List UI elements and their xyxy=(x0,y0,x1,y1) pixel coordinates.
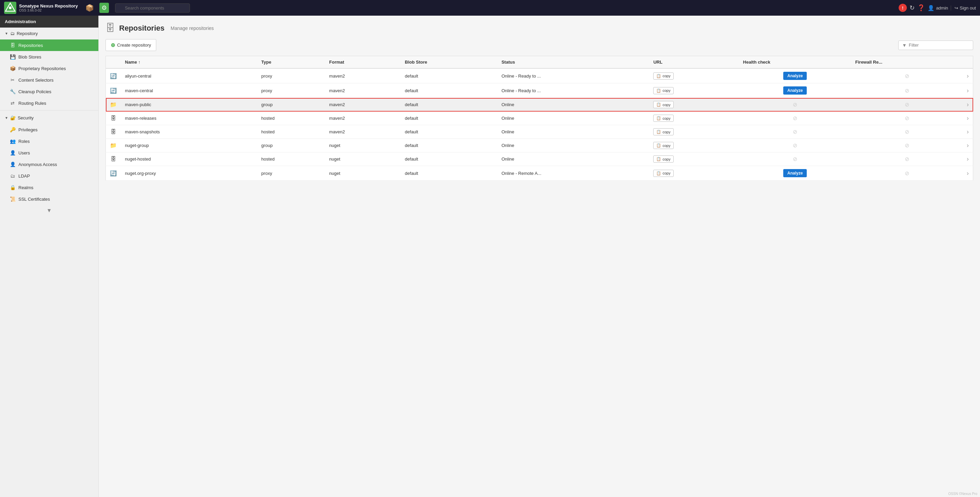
sidebar-item-privileges[interactable]: 🔑 Privileges xyxy=(0,124,99,135)
help-icon[interactable]: ❓ xyxy=(917,4,925,11)
sidebar-item-ldap[interactable]: 🗂 LDAP xyxy=(0,170,99,182)
sidebar-item-content-selectors[interactable]: ✂ Content Selectors xyxy=(0,74,99,86)
sidebar-item-realms[interactable]: 🔒 Realms xyxy=(0,182,99,193)
copy-url-button[interactable]: 📋copy xyxy=(653,128,673,135)
row-expand-arrow[interactable]: › xyxy=(963,68,973,83)
row-url: 📋copy xyxy=(649,139,739,152)
signout-arrow-icon: ↪ xyxy=(955,5,958,11)
analyze-button[interactable]: Analyze xyxy=(783,72,807,80)
row-blobstore: default xyxy=(401,166,497,181)
table-row[interactable]: 🔄aliyun-centralproxymaven2defaultOnline … xyxy=(106,68,973,83)
col-type: Type xyxy=(257,56,325,69)
sidebar-item-repositories[interactable]: 🗄 Repositories xyxy=(0,40,99,51)
table-row[interactable]: 📁maven-publicgroupmaven2defaultOnline📋co… xyxy=(106,98,973,111)
row-name[interactable]: maven-snapshots xyxy=(121,125,257,139)
sidebar-section-repository[interactable]: ▼ 🗂 Repository xyxy=(0,27,99,40)
col-name[interactable]: Name ↑ xyxy=(121,56,257,69)
row-format: maven2 xyxy=(325,68,401,83)
copy-url-button[interactable]: 📋copy xyxy=(653,114,673,122)
signout-btn[interactable]: ↪ Sign out xyxy=(951,5,976,11)
table-row[interactable]: 🔄maven-centralproxymaven2defaultOnline -… xyxy=(106,83,973,98)
row-status: Online xyxy=(497,152,649,166)
sidebar-section-security-icon: 🔐 xyxy=(10,115,16,121)
no-analyze-icon: ⊘ xyxy=(793,102,797,108)
admin-gear-btn[interactable]: ⚙ xyxy=(99,3,109,13)
analyze-button[interactable]: Analyze xyxy=(783,169,807,177)
row-format: maven2 xyxy=(325,98,401,111)
app-name: Sonatype Nexus Repository xyxy=(19,3,78,9)
row-name[interactable]: maven-releases xyxy=(121,111,257,125)
row-firewall: ⊘ xyxy=(851,98,963,111)
browse-icon-btn[interactable]: 📦 xyxy=(83,2,96,13)
copy-url-button[interactable]: 📋copy xyxy=(653,156,673,163)
row-status: Online xyxy=(497,111,649,125)
sidebar-item-cleanup-policies-label: Cleanup Policies xyxy=(18,89,51,94)
row-name[interactable]: maven-central xyxy=(121,83,257,98)
row-format: maven2 xyxy=(325,111,401,125)
sidebar-item-blob-stores-label: Blob Stores xyxy=(18,54,41,60)
sidebar-item-roles[interactable]: 👥 Roles xyxy=(0,135,99,147)
copy-url-button[interactable]: 📋copy xyxy=(653,73,673,79)
copy-icon: 📋 xyxy=(656,171,661,176)
row-expand-arrow[interactable]: › xyxy=(963,83,973,98)
row-name[interactable]: nuget-hosted xyxy=(121,152,257,166)
sidebar-item-ssl-certificates[interactable]: 📜 SSL Certificates xyxy=(0,193,99,205)
row-type-icon: 🔄 xyxy=(106,68,121,83)
no-firewall-icon: ⊘ xyxy=(905,115,909,121)
alert-icon[interactable]: ! xyxy=(899,4,907,12)
copy-url-button[interactable]: 📋copy xyxy=(653,142,673,149)
row-url: 📋copy xyxy=(649,83,739,98)
footer-watermark: OSSN ©Nexus Pro xyxy=(948,492,977,495)
row-expand-arrow[interactable]: › xyxy=(963,111,973,125)
row-name[interactable]: aliyun-central xyxy=(121,68,257,83)
row-health: ⊘ xyxy=(739,152,851,166)
row-name[interactable]: nuget.org-proxy xyxy=(121,166,257,181)
no-firewall-icon: ⊘ xyxy=(905,73,909,79)
row-expand-arrow[interactable]: › xyxy=(963,125,973,139)
topnav: Sonatype Nexus Repository OSS 3.66.0-02 … xyxy=(0,0,980,16)
sidebar-item-cleanup-policies[interactable]: 🔧 Cleanup Policies xyxy=(0,86,99,97)
row-status: Online xyxy=(497,139,649,152)
row-firewall: ⊘ xyxy=(851,68,963,83)
copy-url-button[interactable]: 📋copy xyxy=(653,87,673,94)
analyze-button[interactable]: Analyze xyxy=(783,86,807,95)
row-type: proxy xyxy=(257,83,325,98)
row-url: 📋copy xyxy=(649,68,739,83)
copy-url-button[interactable]: 📋copy xyxy=(653,170,673,177)
sidebar-item-routing-rules[interactable]: ⇄ Routing Rules xyxy=(0,97,99,109)
sidebar-section-security[interactable]: ▼ 🔐 Security xyxy=(0,112,99,124)
sidebar-item-anonymous-access-label: Anonymous Access xyxy=(18,162,57,167)
row-expand-arrow[interactable]: › xyxy=(963,152,973,166)
copy-url-button[interactable]: 📋copy xyxy=(653,101,673,108)
row-type-icon: 📁 xyxy=(106,139,121,152)
table-row[interactable]: 🔄nuget.org-proxyproxynugetdefaultOnline … xyxy=(106,166,973,181)
chevron-right-icon: › xyxy=(967,128,969,135)
sidebar-item-users[interactable]: 👤 Users xyxy=(0,147,99,159)
table-row[interactable]: 📁nuget-groupgroupnugetdefaultOnline📋copy… xyxy=(106,139,973,152)
row-name[interactable]: maven-public xyxy=(121,98,257,111)
sidebar-item-blob-stores[interactable]: 💾 Blob Stores xyxy=(0,51,99,63)
sidebar-item-anonymous-access[interactable]: 👤 Anonymous Access xyxy=(0,159,99,170)
refresh-icon[interactable]: ↻ xyxy=(910,4,915,11)
sidebar-divider xyxy=(0,110,99,111)
row-name[interactable]: nuget-group xyxy=(121,139,257,152)
users-icon: 👤 xyxy=(10,150,16,156)
row-blobstore: default xyxy=(401,111,497,125)
row-expand-arrow[interactable]: › xyxy=(963,139,973,152)
row-health: ⊘ xyxy=(739,98,851,111)
search-input[interactable] xyxy=(115,3,190,13)
create-repository-button[interactable]: ⊕ Create repository xyxy=(105,39,156,51)
sidebar-item-routing-rules-label: Routing Rules xyxy=(18,101,46,106)
filter-input[interactable] xyxy=(909,43,969,48)
row-expand-arrow[interactable]: › xyxy=(963,166,973,181)
sidebar-item-proprietary[interactable]: 📦 Proprietary Repositories xyxy=(0,63,99,74)
sidebar-item-users-label: Users xyxy=(18,150,30,156)
proprietary-icon: 📦 xyxy=(10,66,16,71)
table-row[interactable]: 🗄maven-releaseshostedmaven2defaultOnline… xyxy=(106,111,973,125)
row-type: proxy xyxy=(257,166,325,181)
table-row[interactable]: 🗄maven-snapshotshostedmaven2defaultOnlin… xyxy=(106,125,973,139)
table-row[interactable]: 🗄nuget-hostedhostednugetdefaultOnline📋co… xyxy=(106,152,973,166)
row-expand-arrow[interactable]: › xyxy=(963,98,973,111)
sidebar-item-ldap-label: LDAP xyxy=(18,173,30,179)
user-area[interactable]: 👤 admin xyxy=(928,5,948,11)
